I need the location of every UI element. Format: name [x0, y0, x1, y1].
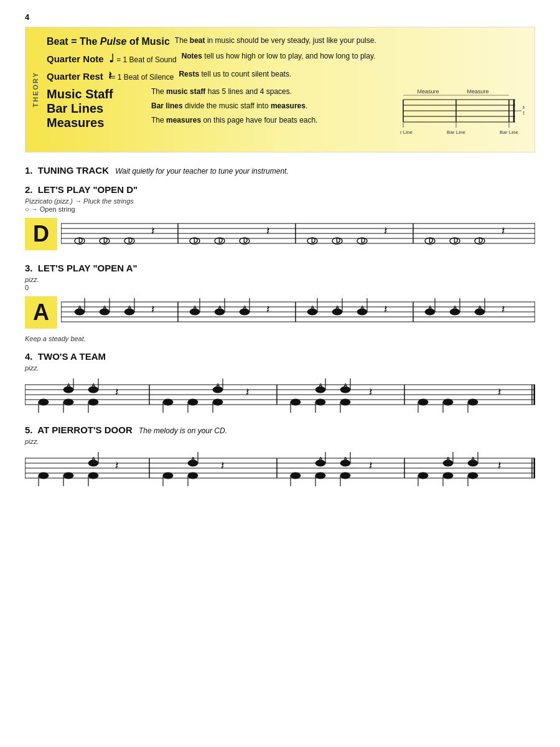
staff-diagram-svg: Measure Measure Music — [400, 87, 525, 143]
svg-text:D: D — [454, 237, 458, 244]
svg-text:D: D — [216, 400, 220, 406]
svg-text:D: D — [194, 237, 198, 244]
svg-text:A: A — [446, 456, 450, 462]
svg-text:A: A — [478, 304, 482, 311]
svg-text:D: D — [78, 237, 83, 244]
svg-text:D: D — [91, 473, 96, 479]
svg-text:D: D — [67, 400, 71, 406]
theory-row-bar-lines: Bar Lines Bar lines divide the music sta… — [47, 101, 394, 116]
svg-text:D: D — [243, 237, 248, 244]
svg-text:Music: Music — [523, 105, 525, 110]
svg-text:D: D — [294, 473, 298, 479]
open-string-label-3: 0 — [25, 284, 535, 291]
svg-text:D: D — [191, 400, 195, 406]
svg-text:Staff: Staff — [523, 110, 525, 116]
svg-text:Measure: Measure — [467, 88, 488, 95]
svg-text:D: D — [218, 237, 223, 244]
staff-svg-5: D D D 𝄽 A D D 𝄽 — [25, 446, 535, 486]
theory-row-measures: Measures The measures on this page have … — [47, 116, 394, 130]
svg-text:A: A — [319, 382, 323, 388]
svg-text:D: D — [311, 237, 315, 244]
svg-text:A: A — [310, 304, 315, 311]
theory-row-beat: Beat = The Pulse of Music The beat in mu… — [47, 36, 525, 47]
note-label-d: D — [25, 218, 57, 250]
staff-wrap-2: D D D 𝄽 D D D 𝄽 D D — [61, 215, 535, 253]
music-staff-desc: The music staff has 5 lines and 4 spaces… — [151, 87, 394, 96]
svg-text:Bar Line: Bar Line — [500, 129, 518, 135]
bar-lines-desc: Bar lines divide the music staff into me… — [151, 101, 394, 110]
keep-steady-label: Keep a steady beat. — [25, 335, 535, 342]
note-label-a: A — [25, 296, 57, 329]
theory-lower: Music Staff The music staff has 5 lines … — [47, 87, 525, 143]
svg-text:D: D — [67, 473, 71, 479]
svg-text:D: D — [42, 400, 46, 406]
svg-text:D: D — [343, 400, 348, 406]
svg-text:A: A — [218, 304, 222, 311]
svg-text:A: A — [103, 304, 107, 311]
theory-row-quarter-rest: Quarter Rest 𝄽 = 1 Beat of Silence Rests… — [47, 70, 525, 83]
svg-text:D: D — [421, 473, 426, 479]
svg-text:D: D — [446, 400, 450, 406]
svg-text:A: A — [191, 456, 195, 462]
staff-wrap-3: A A A 𝄽 A A A 𝄽 — [61, 293, 535, 331]
svg-text:A: A — [360, 304, 365, 311]
section-1-title: 1. TUNING TRACK Wait quietly for your te… — [25, 165, 535, 176]
staff-diagram: Measure Measure Music — [400, 87, 525, 143]
staff-wrap-4: D D D 𝄽 A A D D — [25, 372, 535, 415]
svg-text:D: D — [471, 400, 475, 406]
svg-text:D: D — [103, 237, 108, 244]
svg-text:A: A — [193, 304, 197, 311]
bar-lines-term: Bar Lines — [47, 101, 146, 116]
music-row-5: D D D 𝄽 A D D 𝄽 — [25, 446, 535, 488]
theory-content: Beat = The Pulse of Music The beat in mu… — [47, 36, 525, 143]
svg-text:A: A — [78, 304, 82, 311]
svg-text:D: D — [166, 400, 170, 406]
svg-text:A: A — [91, 456, 96, 462]
pizz-label-2: Pizzicato (pizz.) → Pluck the strings — [25, 197, 535, 205]
beat-desc: The beat in music should be very steady,… — [175, 36, 525, 45]
svg-text:A: A — [243, 304, 247, 311]
music-row-4: D D D 𝄽 A A D D — [25, 372, 535, 415]
theory-box: THEORY Beat = The Pulse of Music The bea… — [25, 27, 535, 153]
staff-svg-4: D D D 𝄽 A A D D — [25, 372, 535, 413]
music-staff-term: Music Staff — [47, 87, 146, 101]
section-3-title: 3. LET'S PLAY "OPEN A" — [25, 263, 535, 273]
quarter-note-desc: Notes tell us how high or low to play, a… — [182, 52, 525, 60]
svg-text:D: D — [421, 400, 426, 406]
music-row-2: D D D — [25, 215, 535, 253]
svg-text:A: A — [91, 382, 96, 388]
quarter-note-term: Quarter Note ♩ = 1 Beat of Sound — [47, 52, 177, 65]
pizz-label-4: pizz. — [25, 364, 535, 372]
staff-svg-2: D D D 𝄽 D D D 𝄽 D D — [61, 215, 535, 251]
svg-text:D: D — [446, 473, 450, 479]
music-row-3: A A A A — [25, 293, 535, 331]
section-5-title: 5. AT PIERROT'S DOOR The melody is on yo… — [25, 425, 535, 435]
svg-text:A: A — [453, 304, 457, 311]
svg-text:A: A — [471, 456, 475, 462]
staff-wrap-5: D D D 𝄽 A D D 𝄽 — [25, 446, 535, 488]
page-number: 4 — [25, 12, 535, 22]
section-3: 3. LET'S PLAY "OPEN A" pizz. 0 A A — [25, 263, 535, 342]
staff-svg-3: A A A 𝄽 A A A 𝄽 — [61, 293, 535, 329]
svg-text:Bar Line: Bar Line — [400, 129, 413, 135]
measures-desc: The measures on this page have four beat… — [151, 116, 394, 125]
svg-text:D: D — [166, 473, 170, 479]
svg-text:A: A — [335, 304, 340, 311]
theory-row-music-staff: Music Staff The music staff has 5 lines … — [47, 87, 394, 101]
svg-text:D: D — [91, 400, 96, 406]
svg-text:D: D — [471, 473, 475, 479]
section-1: 1. TUNING TRACK Wait quietly for your te… — [25, 165, 535, 176]
open-string-label-2: ○ → Open string — [25, 205, 535, 213]
svg-text:D: D — [478, 237, 483, 244]
svg-text:A: A — [216, 382, 220, 388]
section-4-title: 4. TWO'S A TEAM — [25, 351, 535, 362]
pizz-label-5: pizz. — [25, 438, 535, 445]
theory-terms-lower: Music Staff The music staff has 5 lines … — [47, 87, 394, 143]
svg-text:Measure: Measure — [417, 88, 439, 95]
theory-label: THEORY — [32, 72, 39, 107]
svg-text:D: D — [343, 473, 348, 479]
svg-text:Bar Line: Bar Line — [447, 129, 465, 135]
section-5: 5. AT PIERROT'S DOOR The melody is on yo… — [25, 425, 535, 488]
quarter-rest-desc: Rests tell us to count silent beats. — [179, 70, 525, 78]
section-2-title: 2. LET'S PLAY "OPEN D" — [25, 184, 535, 195]
